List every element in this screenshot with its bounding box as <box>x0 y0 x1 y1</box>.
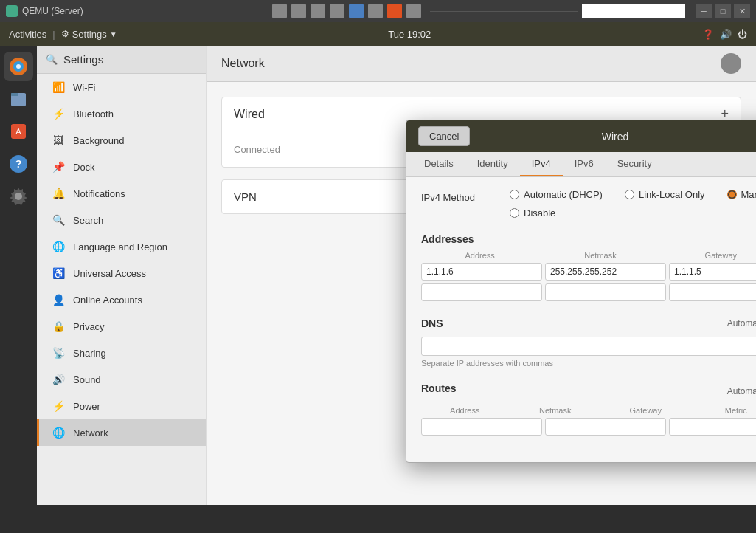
help-icon[interactable]: ❓ <box>702 29 714 40</box>
volume-icon[interactable]: 🔊 <box>720 29 732 40</box>
addr-2-netmask[interactable] <box>545 283 666 301</box>
toolbar-icon-7[interactable] <box>387 4 402 18</box>
svg-text:A: A <box>15 127 21 136</box>
dns-header: DNS Automatic ON <box>421 316 756 331</box>
power-icon[interactable]: ⏻ <box>738 29 747 40</box>
title-bar-search-input[interactable] <box>582 4 685 18</box>
sidebar-item-sharing[interactable]: 📡 Sharing <box>37 340 206 366</box>
wifi-icon: 📶 <box>51 81 66 93</box>
cancel-button[interactable]: Cancel <box>418 126 470 146</box>
svg-rect-4 <box>11 93 18 96</box>
sidebar-item-power[interactable]: ⚡ Power <box>37 393 206 419</box>
sidebar-item-language[interactable]: 🌐 Language and Region <box>37 233 206 260</box>
sidebar-item-background[interactable]: 🖼 Background <box>37 127 206 154</box>
addr-1-netmask[interactable] <box>545 263 666 281</box>
sidebar-item-privacy[interactable]: 🔒 Privacy <box>37 313 206 340</box>
toolbar-icon-3[interactable] <box>311 4 325 18</box>
toolbar-icon-1[interactable] <box>272 4 287 18</box>
dock-item-software[interactable]: A <box>4 117 33 146</box>
settings-panel: 🔍 Settings 📶 Wi-Fi ⚡ Bluetooth 🖼 Backgro… <box>37 46 207 505</box>
sidebar-item-bluetooth[interactable]: ⚡ Bluetooth <box>37 100 206 127</box>
addresses-title: Addresses <box>421 233 756 245</box>
addr-row-2: ✕ <box>421 283 756 301</box>
method-dhcp[interactable]: Automatic (DHCP) <box>510 189 603 200</box>
sidebar-label-bluetooth: Bluetooth <box>73 109 114 120</box>
addr-col-netmask: Netmask <box>541 251 659 260</box>
addr-2-address[interactable] <box>421 283 542 301</box>
sidebar-label-network: Network <box>73 427 108 439</box>
settings-menu-button[interactable]: ⚙ Settings ▼ <box>61 29 117 40</box>
wired-title: Wired <box>234 108 265 121</box>
method-disable[interactable]: Disable <box>510 207 555 219</box>
routes-title: Routes <box>421 382 456 394</box>
dock-item-help[interactable]: ? <box>4 149 33 179</box>
dock-item-settings[interactable] <box>4 182 33 211</box>
sidebar-item-dock[interactable]: 📌 Dock <box>37 154 206 180</box>
activities-button[interactable]: Activities <box>9 29 46 40</box>
sidebar-item-sound[interactable]: 🔊 Sound <box>37 366 206 393</box>
method-manual[interactable]: Manual <box>727 189 756 200</box>
addr-col-address: Address <box>421 251 538 260</box>
settings-header: 🔍 Settings <box>37 46 206 74</box>
dns-input[interactable] <box>421 337 756 356</box>
sidebar-item-wifi[interactable]: 📶 Wi-Fi <box>37 74 206 100</box>
dock-item-files[interactable] <box>4 84 33 114</box>
toolbar-icon-8[interactable] <box>406 4 421 18</box>
tab-details[interactable]: Details <box>412 152 465 176</box>
dns-auto-row: Automatic ON <box>727 316 756 331</box>
sidebar-item-search[interactable]: 🔍 Search <box>37 207 206 233</box>
title-bar-left: QEMU (Server) <box>6 5 262 17</box>
content-title: Network <box>221 57 265 70</box>
toolbar-icon-5[interactable] <box>349 4 364 18</box>
route-1-gateway[interactable] <box>669 418 756 436</box>
routes-col-netmask: Netmask <box>512 406 600 415</box>
title-bar: QEMU (Server) ─ □ ✕ <box>0 0 756 22</box>
minimize-button[interactable]: ─ <box>696 4 712 18</box>
close-button[interactable]: ✕ <box>734 4 750 18</box>
online-icon: 👤 <box>51 294 66 306</box>
settings-panel-title: Settings <box>63 53 103 66</box>
sidebar-label-background: Background <box>73 135 124 146</box>
sidebar-label-search: Search <box>73 215 103 226</box>
addr-1-gateway[interactable] <box>669 263 756 281</box>
manual-label: Manual <box>741 189 756 200</box>
top-bar-left: Activities | ⚙ Settings ▼ <box>9 29 117 40</box>
user-avatar <box>721 53 741 74</box>
privacy-icon: 🔒 <box>51 320 66 332</box>
addr-2-gateway[interactable] <box>669 283 756 301</box>
network-icon: 🌐 <box>51 427 66 439</box>
tab-ipv4[interactable]: IPv4 <box>520 152 563 176</box>
tab-security[interactable]: Security <box>606 152 664 176</box>
routes-section: Routes Automatic ON Address Netmask Gat <box>421 382 756 436</box>
route-1-address[interactable] <box>421 418 542 436</box>
universal-icon: ♿ <box>51 267 66 279</box>
sidebar-label-sharing: Sharing <box>73 348 106 359</box>
dock-item-firefox[interactable] <box>4 52 33 81</box>
connected-label: Connected <box>234 144 280 155</box>
main-layout: A ? 🔍 Settings 📶 Wi-Fi ⚡ Bluetooth 🖼 B <box>0 46 756 505</box>
toolbar-icon-2[interactable] <box>291 4 306 18</box>
sidebar-item-online[interactable]: 👤 Online Accounts <box>37 286 206 313</box>
addresses-section: Addresses Address Netmask Gateway <box>421 233 756 301</box>
route-1-netmask[interactable] <box>545 418 666 436</box>
method-link-local[interactable]: Link-Local Only <box>625 189 705 200</box>
method-radio-group: Automatic (DHCP) Link-Local Only Manual <box>510 189 756 219</box>
routes-col-gateway: Gateway <box>602 406 690 415</box>
addr-1-address[interactable] <box>421 263 542 281</box>
sidebar-item-network[interactable]: 🌐 Network <box>37 419 206 446</box>
tab-identity[interactable]: Identity <box>465 152 520 176</box>
dns-section: DNS Automatic ON Separate IP addresses w… <box>421 316 756 368</box>
sidebar-item-notifications[interactable]: 🔔 Notifications <box>37 180 206 207</box>
toolbar-icon-4[interactable] <box>330 4 344 18</box>
svg-point-2 <box>16 64 21 69</box>
tab-ipv6[interactable]: IPv6 <box>563 152 606 176</box>
address-bar <box>430 11 578 12</box>
sidebar-item-universal[interactable]: ♿ Universal Access <box>37 260 206 286</box>
sidebar-label-power: Power <box>73 401 100 412</box>
routes-col-headers: Address Netmask Gateway Metric <box>421 406 756 415</box>
maximize-button[interactable]: □ <box>715 4 731 18</box>
toolbar-icon-6[interactable] <box>368 4 383 18</box>
top-bar-right: ❓ 🔊 ⏻ <box>702 29 747 40</box>
window-controls: ─ □ ✕ <box>696 4 750 18</box>
window-title: QEMU (Server) <box>22 6 83 16</box>
